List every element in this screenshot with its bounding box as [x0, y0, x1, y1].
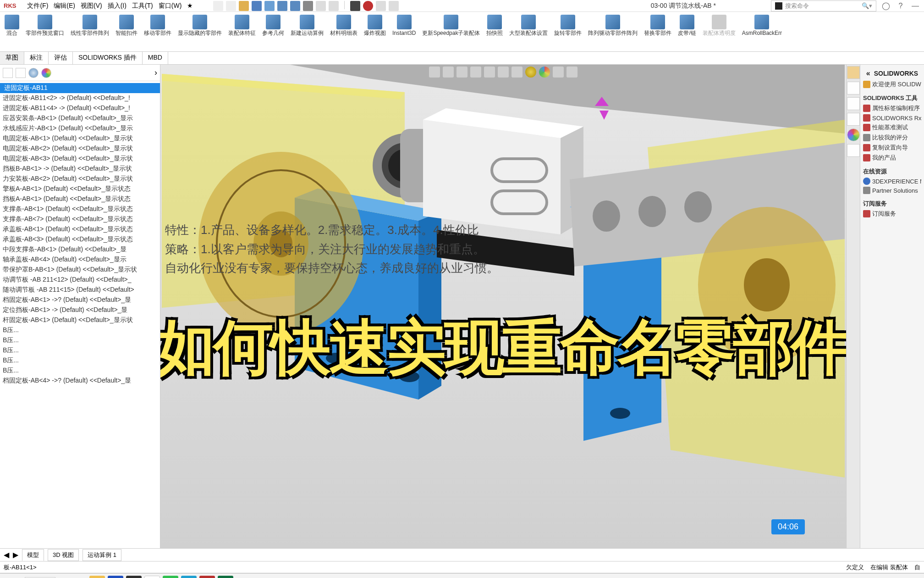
tree-item[interactable]: 档固定板-AB<1> ->? (Default) <<Default>_显: [0, 295, 160, 305]
rib-pattern[interactable]: 阵列驱动零部件阵列: [585, 14, 640, 51]
tab-evaluate[interactable]: 评估: [49, 52, 73, 64]
hide-icon[interactable]: [28, 68, 38, 78]
tool-compare[interactable]: 比较我的评分: [863, 133, 921, 143]
tool-products[interactable]: 我的产品: [863, 153, 921, 163]
bt-model[interactable]: 模型: [22, 549, 44, 561]
collapse-tree-icon[interactable]: ›: [154, 68, 157, 78]
dingtalk-icon[interactable]: [181, 576, 197, 578]
qt-gear-icon[interactable]: [389, 1, 399, 11]
tool-benchmark[interactable]: 性能基准测试: [863, 122, 921, 133]
bt-motion[interactable]: 运动算例 1: [82, 549, 121, 561]
tab-sketch[interactable]: 草图: [0, 52, 24, 64]
bt-nav-right[interactable]: ▶: [13, 550, 18, 559]
rib-asmfeat[interactable]: 装配体特征: [226, 14, 258, 51]
qt-redo-icon[interactable]: [290, 1, 300, 11]
rib-mix[interactable]: 混合: [2, 14, 22, 51]
bt-3dview[interactable]: 3D 视图: [48, 549, 79, 561]
tree-item[interactable]: 挡板B-AB<1> -> (Default) <<Default>_显示状: [0, 164, 160, 174]
tree-item[interactable]: B压...: [0, 335, 160, 345]
tree-item[interactable]: 随动调节板 -AB 211<15> (Default) <<Default>: [0, 285, 160, 295]
menu-insert[interactable]: 插入(I): [106, 1, 128, 11]
tree-item[interactable]: B压...: [0, 356, 160, 366]
qt-red-icon[interactable]: [363, 1, 373, 11]
tree-item-selected[interactable]: 进固定板-AB11: [0, 83, 160, 93]
tab-mbd[interactable]: MBD: [143, 52, 168, 64]
help-icon[interactable]: ?: [896, 1, 906, 11]
vt-section-icon[interactable]: [470, 67, 481, 78]
online-3dx[interactable]: 3DEXPERIENCE M: [863, 177, 921, 186]
menu-edit[interactable]: 编辑(E): [52, 1, 77, 11]
tree-item[interactable]: B压...: [0, 345, 160, 356]
excel-icon[interactable]: X: [218, 576, 233, 578]
3d-viewport[interactable]: 特性：1.产品、设备多样化。2.需求稳定。3.成本。4.性价比 策略：1.以客户…: [160, 65, 846, 548]
rib-linear[interactable]: 线性零部件阵列: [68, 14, 112, 51]
qq-icon[interactable]: 🐧: [144, 576, 160, 578]
qt-home-icon[interactable]: [213, 1, 223, 11]
rib-replace[interactable]: 替换零部件: [641, 14, 674, 51]
taskpane-home-icon[interactable]: [847, 66, 860, 79]
rib-snapshot[interactable]: 拍快照: [484, 14, 506, 51]
vt-settings-icon[interactable]: [566, 67, 578, 78]
tree-item[interactable]: 应器安装条-AB<1> (Default) <<Default>_显示: [0, 113, 160, 123]
tree-item[interactable]: 水线感应片-AB<1> (Default) <<Default>_显示: [0, 123, 160, 133]
tree-item[interactable]: 电固定板-AB<2> (Default) <<Default>_显示状: [0, 144, 160, 154]
tree-item[interactable]: 承盖板-AB<1> (Default) <<Default>_显示状态: [0, 224, 160, 234]
tree-item[interactable]: 力安装板-AB<2> (Default) <<Default>_显示状: [0, 174, 160, 184]
tree-item[interactable]: 轴承盖板-AB<4> (Default) <<Default>_显示: [0, 255, 160, 265]
tree-item[interactable]: 杆固定板-AB<1> (Default) <<Default>_显示状: [0, 315, 160, 325]
vt-zoom-area-icon[interactable]: [443, 67, 454, 78]
tree-item[interactable]: 支撑条-AB<7> (Default) <<Default>_显示状态: [0, 214, 160, 224]
tree-item[interactable]: 带保护罩B-AB<1> (Default) <<Default>_显示状: [0, 265, 160, 275]
app2-icon[interactable]: [126, 576, 142, 578]
tree-item[interactable]: 进固定板-AB11<4> -> (Default) <<Default>_!: [0, 103, 160, 113]
vt-render-icon[interactable]: [553, 67, 564, 78]
wechat-icon[interactable]: [163, 576, 178, 578]
minimize-button[interactable]: —: [910, 1, 920, 11]
qt-list-icon[interactable]: [376, 1, 386, 11]
qt-cursor-icon[interactable]: [350, 1, 360, 11]
sw-icon[interactable]: SW: [199, 576, 215, 578]
sub-service[interactable]: 订阅服务: [863, 209, 921, 219]
rib-move[interactable]: 移动零部件: [141, 14, 174, 51]
qt-open-icon[interactable]: [239, 1, 249, 11]
tool-rx[interactable]: SOLIDWORKS Rx: [863, 113, 921, 122]
taskpane-design-icon[interactable]: [847, 82, 860, 94]
qt-new-icon[interactable]: [226, 1, 236, 11]
vt-prev-view-icon[interactable]: [456, 67, 468, 78]
taskview-icon[interactable]: ▭: [58, 576, 74, 578]
vt-zoom-fit-icon[interactable]: [429, 67, 440, 78]
rib-preview[interactable]: 零部件预览窗口: [23, 14, 67, 51]
qt-save-icon[interactable]: [252, 1, 262, 11]
menu-star[interactable]: ★: [185, 1, 195, 11]
tree-item[interactable]: 承盖板-AB<3> (Default) <<Default>_显示状态: [0, 234, 160, 245]
rib-showhide[interactable]: 显示隐藏的零部件: [175, 14, 225, 51]
vt-hide-icon[interactable]: [512, 67, 522, 78]
tree-item[interactable]: B压...: [0, 366, 160, 376]
tree-item[interactable]: 中段支撑条-AB<1> (Default) <<Default>_显: [0, 245, 160, 255]
vt-orient-icon[interactable]: [484, 67, 495, 78]
tree-item[interactable]: 定位挡板-AB<1> -> (Default) <<Default>_显: [0, 305, 160, 315]
taskpane-file-icon[interactable]: [847, 97, 860, 110]
menu-file[interactable]: 文件(F): [25, 1, 50, 11]
qt-rebuild-icon[interactable]: [316, 1, 326, 11]
rib-motion[interactable]: 新建运动算例: [288, 14, 326, 51]
tree-item[interactable]: 支撑条-AB<1> (Default) <<Default>_显示状态: [0, 204, 160, 214]
rib-belt[interactable]: 皮带/链: [675, 14, 698, 51]
taskpane-custom-icon[interactable]: [847, 144, 860, 157]
menu-tools[interactable]: 工具(T): [130, 1, 155, 11]
menu-window[interactable]: 窗口(W): [157, 1, 184, 11]
tree-icon[interactable]: [3, 68, 13, 78]
vt-apply-scene-icon[interactable]: [539, 67, 550, 78]
rib-largeasm[interactable]: 大型装配体设置: [506, 14, 550, 51]
tree-item[interactable]: 动调节板 -AB 211<12> (Default) <<Default>_: [0, 275, 160, 285]
qt-undo-icon[interactable]: [277, 1, 287, 11]
rib-instant3d[interactable]: Instant3D: [390, 14, 418, 51]
app1-icon[interactable]: [108, 576, 123, 578]
rib-trans[interactable]: 装配体透明度: [700, 14, 738, 51]
tool-prop-tag[interactable]: 属性标签编制程序: [863, 103, 921, 113]
vt-display-icon[interactable]: [498, 67, 509, 78]
rib-refgeo[interactable]: 参考几何: [259, 14, 287, 51]
tab-annotate[interactable]: 标注: [24, 52, 49, 64]
tree-item[interactable]: 档固定板-AB<4> ->? (Default) <<Default>_显: [0, 376, 160, 386]
rib-rotate[interactable]: 旋转零部件: [551, 14, 584, 51]
